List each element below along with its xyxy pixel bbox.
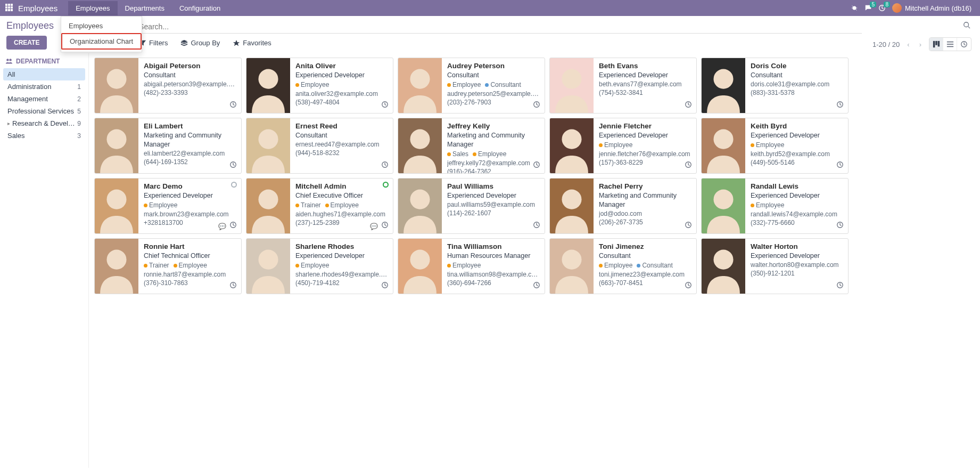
clock-icon[interactable] (381, 161, 389, 170)
employee-card[interactable]: Sharlene RhodesExperienced DeveloperEmpl… (246, 238, 393, 294)
clock-icon[interactable] (533, 281, 540, 290)
view-activity[interactable] (957, 38, 971, 51)
employee-phone: (538)-497-4804 (295, 98, 388, 107)
sidebar-item-all[interactable]: All (3, 68, 85, 80)
clock-icon[interactable] (229, 281, 237, 290)
employee-card[interactable]: Paul WilliamsExperienced Developerpaul.w… (398, 178, 545, 234)
menu-departments[interactable]: Departments (118, 1, 172, 15)
favorites-button[interactable]: Favorites (233, 39, 271, 47)
sidebar-item-label: Research & Develop… (12, 119, 77, 127)
clock-icon[interactable] (685, 161, 692, 170)
tag-dot-icon (295, 264, 299, 268)
employee-card[interactable]: Audrey PetersonConsultantEmployeeConsult… (398, 58, 545, 114)
employee-phone: (944)-518-8232 (295, 149, 388, 157)
employee-card[interactable]: Tina WilliamsonHuman Resources ManagerEm… (398, 238, 545, 294)
clock-icon[interactable] (533, 161, 540, 170)
tag-dot-icon (447, 152, 451, 156)
tag-dot-icon (473, 152, 476, 156)
sidebar-item-professional-services[interactable]: Professional Services5 (3, 105, 85, 117)
sidebar-header-label: DEPARTMENT (16, 58, 60, 65)
message-icon[interactable]: 💬 (218, 223, 226, 230)
clock-icon[interactable] (685, 221, 692, 230)
clock-icon[interactable] (533, 101, 540, 110)
clock-icon[interactable] (836, 281, 844, 290)
sidebar-item-count: 1 (77, 83, 81, 91)
employee-card[interactable]: Ronnie HartChief Technical OfficerTraine… (94, 238, 242, 294)
employee-card[interactable]: Eli LambertMarketing and Community Manag… (94, 118, 242, 174)
tag-dot-icon (295, 204, 299, 207)
menu-employees[interactable]: Employees (68, 1, 117, 15)
user-menu[interactable]: Mitchell Admin (db16) (892, 3, 971, 13)
clock-icon[interactable] (381, 221, 389, 230)
svg-point-27 (562, 69, 581, 89)
groupby-button[interactable]: Group By (180, 39, 220, 47)
employee-card[interactable]: Randall LewisExperienced DeveloperEmploy… (701, 178, 849, 234)
sidebar-item-label: All (7, 70, 15, 78)
filters-button[interactable]: Filters (139, 39, 168, 47)
employee-card[interactable]: Abigail PetersonConsultantabigail.peters… (94, 58, 242, 114)
employee-role: Experienced Developer (599, 71, 691, 80)
tag-label: Consultant (642, 262, 672, 269)
employee-name: Walter Horton (751, 242, 843, 252)
sidebar-item-sales[interactable]: Sales3 (3, 129, 85, 142)
employee-role: Chief Technical Officer (144, 252, 236, 261)
clock-icon[interactable] (685, 101, 692, 110)
employee-card[interactable]: Mitchell AdminChief Executive OfficerTra… (246, 178, 393, 234)
employee-tags: EmployeeConsultant (447, 80, 539, 89)
search-icon[interactable] (963, 21, 970, 30)
employee-card[interactable]: Ernest ReedConsultanternest.reed47@examp… (246, 118, 393, 174)
employee-name: Rachel Perry (599, 182, 691, 191)
employee-card[interactable]: Jeffrey KellyMarketing and Community Man… (398, 118, 545, 174)
clock-icon[interactable] (229, 161, 237, 170)
employee-role: Experienced Developer (599, 131, 691, 140)
sidebar-item-research-develop-[interactable]: ▸Research & Develop…9 (3, 117, 85, 129)
employee-photo (398, 58, 442, 113)
clock-icon[interactable] (836, 161, 844, 170)
employee-card[interactable]: Anita OliverExperienced DeveloperEmploye… (246, 58, 393, 114)
clock-icon[interactable] (229, 221, 237, 230)
employee-phone: (350)-912-1201 (751, 269, 843, 278)
employee-email: ernest.reed47@example.com (295, 140, 388, 149)
dropdown-item-employees[interactable]: Employees (61, 19, 142, 33)
employee-card[interactable]: Jennie FletcherExperienced DeveloperEmpl… (549, 118, 697, 174)
clock-icon[interactable] (229, 101, 237, 110)
employee-card[interactable]: Beth EvansExperienced Developerbeth.evan… (549, 58, 697, 114)
pager-next[interactable]: › (917, 40, 924, 48)
message-icon[interactable]: 💬 (370, 223, 378, 230)
employee-card[interactable]: Rachel PerryMarketing and Community Mana… (549, 178, 697, 234)
tag-label: Employee (301, 81, 329, 88)
employee-email: mark.brown23@example.com (144, 210, 236, 218)
presence-indicator (383, 182, 389, 188)
chat-icon[interactable]: 5 (864, 4, 872, 12)
pager-prev[interactable]: ‹ (905, 40, 911, 48)
apps-icon[interactable] (5, 4, 14, 12)
employee-card[interactable]: Marc DemoExperienced DeveloperEmployeema… (94, 178, 242, 234)
view-kanban[interactable] (929, 38, 943, 51)
search-input[interactable] (139, 20, 862, 34)
employee-card[interactable]: Doris ColeConsultantdoris.cole31@example… (701, 58, 849, 114)
svg-point-21 (258, 69, 278, 89)
svg-point-16 (9, 59, 11, 61)
employee-card[interactable]: Toni JimenezConsultantEmployeeConsultant… (549, 238, 697, 294)
sidebar-item-management[interactable]: Management2 (3, 93, 85, 105)
employee-phone: (916)-264-7362 (447, 167, 539, 173)
create-button[interactable]: CREATE (6, 36, 47, 50)
dropdown-item-org-chart[interactable]: Organizational Chart (61, 33, 142, 50)
clock-icon[interactable] (381, 281, 389, 290)
clock-icon[interactable] (836, 101, 844, 110)
employee-photo (398, 179, 442, 233)
employee-card[interactable]: Keith ByrdExperienced DeveloperEmployeek… (701, 118, 849, 174)
menu-configuration[interactable]: Configuration (172, 1, 228, 15)
sidebar-item-administration[interactable]: Administration1 (3, 80, 85, 93)
view-list[interactable] (943, 38, 957, 51)
employee-tags: EmployeeConsultant (599, 261, 691, 270)
clock-icon[interactable] (836, 221, 844, 230)
clock-icon[interactable] (685, 281, 692, 290)
clock-icon[interactable] (533, 221, 540, 230)
activity-icon[interactable]: 8 (878, 4, 886, 12)
employee-photo (550, 239, 594, 294)
clock-icon[interactable] (381, 101, 389, 110)
bug-icon[interactable] (851, 4, 858, 12)
employee-card[interactable]: Walter HortonExperienced Developerwalter… (701, 238, 849, 294)
employee-email: toni.jimenez23@example.com (599, 270, 691, 279)
